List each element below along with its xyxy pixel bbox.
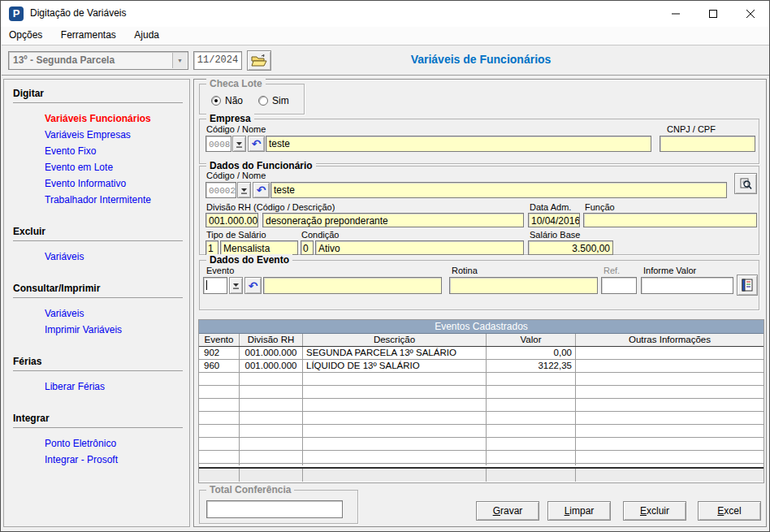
grid-cell[interactable]	[576, 399, 764, 411]
maximize-button[interactable]	[694, 1, 732, 26]
grid-cell[interactable]	[576, 464, 764, 465]
evento-dropdown-button[interactable]	[229, 277, 243, 294]
grid-cell[interactable]	[576, 373, 764, 385]
funcionario-codigo-field[interactable]: 00002	[205, 182, 236, 198]
checa-lote-radio-sim[interactable]: Sim	[258, 95, 289, 106]
grid-cell[interactable]: 001.000.000	[240, 360, 303, 372]
condicao-descricao-field[interactable]: Ativo	[315, 240, 524, 255]
sidebar-item-vari-veis[interactable]: Variáveis	[4, 305, 189, 322]
grid-cell[interactable]: SEGUNDA PARCELA 13º SALÁRIO	[303, 347, 487, 359]
grid-cell[interactable]: LÍQUIDO DE 13º SALÁRIO	[303, 360, 487, 372]
limpar-button[interactable]: Limpar	[547, 501, 611, 521]
sidebar-item-evento-fixo[interactable]: Evento Fixo	[4, 143, 189, 159]
sidebar-item-evento-em-lote[interactable]: Evento em Lote	[4, 159, 189, 175]
grid-cell[interactable]	[576, 360, 764, 372]
empresa-undo-button[interactable]: ↶	[248, 136, 265, 152]
grid-cell[interactable]	[487, 438, 576, 450]
grid-cell[interactable]: 0,00	[487, 347, 576, 359]
sidebar-item-vari-veis-funcion-rios[interactable]: Variáveis Funcionários	[4, 110, 189, 127]
grid-cell[interactable]: 902	[199, 347, 240, 359]
grid-cell[interactable]	[576, 412, 764, 424]
menu-ferramentas[interactable]: Ferramentas	[54, 27, 123, 45]
grid-empty-row[interactable]	[199, 425, 764, 438]
grid-empty-row[interactable]	[199, 386, 764, 399]
sidebar-item-vari-veis-empresas[interactable]: Variáveis Empresas	[4, 127, 189, 143]
grid-cell[interactable]: 3122,35	[487, 360, 576, 372]
grid-cell[interactable]	[240, 386, 303, 398]
grid-cell[interactable]	[303, 386, 487, 398]
sidebar-item-trabalhador-intermitente[interactable]: Trabalhador Intermitente	[4, 192, 189, 208]
rotina-field[interactable]	[449, 277, 598, 294]
grid-cell[interactable]	[487, 386, 576, 398]
data-adm-field[interactable]: 10/04/2016	[528, 213, 580, 227]
grid-cell[interactable]	[487, 399, 576, 411]
excluir-button[interactable]: Excluir	[623, 501, 686, 521]
grid-cell[interactable]	[303, 412, 487, 424]
grid-cell[interactable]	[576, 425, 764, 437]
grid-cell[interactable]	[303, 438, 487, 450]
grid-cell[interactable]	[240, 469, 303, 482]
evento-descricao-field[interactable]	[263, 277, 442, 294]
grid-cell[interactable]	[199, 464, 240, 465]
total-conferencia-field[interactable]	[206, 500, 343, 518]
evento-codigo-field[interactable]	[203, 277, 227, 294]
grid-cell[interactable]	[240, 451, 303, 463]
grid-cell[interactable]	[303, 425, 487, 437]
sidebar-item-vari-veis[interactable]: Variáveis	[4, 249, 189, 265]
gravar-button[interactable]: Gravar	[476, 501, 539, 521]
grid-cell[interactable]	[487, 425, 576, 437]
grid-cell[interactable]	[240, 399, 303, 411]
funcao-field[interactable]	[583, 213, 757, 227]
grid-cell[interactable]	[487, 469, 576, 482]
evento-tabela-button[interactable]	[737, 275, 758, 296]
menu-opcoes[interactable]: Opções	[2, 27, 50, 45]
menu-ajuda[interactable]: Ajuda	[127, 27, 167, 45]
grid-cell[interactable]	[576, 469, 764, 482]
grid-cell[interactable]	[199, 438, 240, 450]
grid-cell[interactable]	[576, 347, 764, 359]
checa-lote-radio-nao[interactable]: Não	[211, 95, 243, 106]
grid-cell[interactable]	[303, 469, 487, 482]
grid-cell[interactable]	[487, 464, 576, 465]
funcionario-search-button[interactable]	[734, 173, 757, 194]
funcionario-dropdown-button[interactable]	[237, 182, 251, 198]
grid-cell[interactable]	[240, 412, 303, 424]
salario-base-field[interactable]: 3.500,00	[528, 240, 613, 255]
grid-empty-row[interactable]	[199, 438, 764, 451]
divisao-descricao-field[interactable]: desoneração preponderante	[262, 213, 524, 227]
empresa-dropdown-button[interactable]	[232, 136, 246, 152]
grid-cell[interactable]	[487, 373, 576, 385]
empresa-nome-field[interactable]: teste	[266, 136, 651, 152]
grid-cell[interactable]	[199, 373, 240, 385]
grid-empty-row[interactable]	[199, 412, 764, 425]
open-period-button[interactable]	[247, 50, 271, 71]
sidebar-item-imprimir-vari-veis[interactable]: Imprimir Variáveis	[4, 322, 189, 338]
grid-cell[interactable]: 001.000.000	[240, 347, 303, 359]
grid-empty-row[interactable]	[199, 464, 764, 465]
grid-cell[interactable]	[240, 438, 303, 450]
tipo-salario-codigo-field[interactable]: 1	[205, 240, 218, 255]
grid-empty-row[interactable]	[199, 399, 764, 412]
ref-field[interactable]	[601, 277, 637, 294]
grid-cell[interactable]	[303, 451, 487, 463]
grid-cell[interactable]	[487, 451, 576, 463]
grid-body[interactable]: 902001.000.000SEGUNDA PARCELA 13º SALÁRI…	[199, 347, 764, 465]
grid-cell[interactable]	[240, 373, 303, 385]
grid-cell[interactable]	[199, 386, 240, 398]
grid-cell[interactable]	[576, 451, 764, 463]
excel-button[interactable]: Excel	[698, 501, 761, 521]
grid-cell[interactable]	[303, 373, 487, 385]
grid-empty-row[interactable]	[199, 373, 764, 386]
grid-cell[interactable]	[199, 399, 240, 411]
funcionario-nome-field[interactable]: teste	[270, 182, 727, 198]
tipo-salario-descricao-field[interactable]: Mensalista	[220, 240, 298, 255]
divisao-codigo-field[interactable]: 001.000.000	[205, 213, 258, 227]
close-button[interactable]	[732, 1, 769, 26]
grid-cell[interactable]	[199, 451, 240, 463]
grid-cell[interactable]	[303, 399, 487, 411]
grid-cell[interactable]: 960	[199, 360, 240, 372]
grid-cell[interactable]	[576, 386, 764, 398]
minimize-button[interactable]	[657, 1, 694, 26]
sidebar-item-integrar-prosoft[interactable]: Integrar - Prosoft	[4, 452, 189, 468]
empresa-codigo-field[interactable]: 0008	[205, 136, 231, 152]
